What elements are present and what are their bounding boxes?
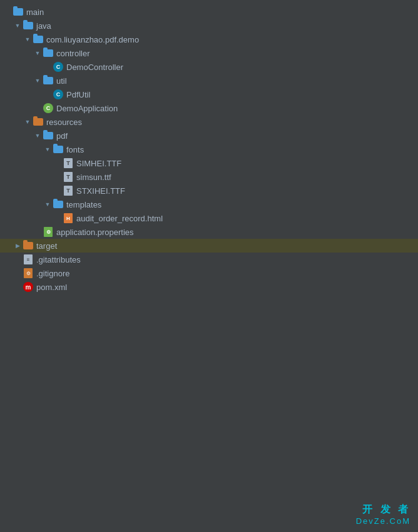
tree-item-simsun.ttf[interactable]: Tsimsun.ttf xyxy=(0,170,418,184)
arrow-open-icon xyxy=(13,21,23,31)
tree-item-java[interactable]: java xyxy=(0,19,418,33)
folder-orange-icon xyxy=(23,241,34,251)
tree-item-.gitignore[interactable]: ⚙.gitignore xyxy=(0,266,418,280)
tree-item-label: pdf xyxy=(56,131,68,141)
tree-item-label: pom.xml xyxy=(36,283,67,292)
arrow-open-icon xyxy=(23,34,33,44)
arrow-open-icon xyxy=(43,199,53,209)
tree-item-label: resources xyxy=(46,118,82,127)
arrow-empty xyxy=(33,103,43,113)
folder-blue-icon xyxy=(43,48,54,58)
tree-item-templates[interactable]: templates xyxy=(0,198,418,211)
tree-item-label: java xyxy=(36,21,51,31)
tree-item-label: simsun.ttf xyxy=(76,173,111,182)
tree-item-label: fonts xyxy=(66,145,84,154)
tree-item-label: util xyxy=(56,76,67,86)
tree-item-label: DemoApplication xyxy=(56,104,118,113)
properties-icon: ⚙ xyxy=(43,227,54,237)
arrow-empty xyxy=(13,254,23,264)
arrow-empty xyxy=(33,227,43,237)
folder-blue-icon xyxy=(53,199,64,209)
folder-res-icon xyxy=(33,117,44,127)
tree-item-pdf[interactable]: pdf xyxy=(0,129,418,143)
tree-item-label: DemoController xyxy=(66,63,123,72)
tree-item-label: .gitattributes xyxy=(36,255,81,264)
folder-blue-icon xyxy=(33,34,44,44)
tree-item-PdfUtil[interactable]: CPdfUtil xyxy=(0,88,418,101)
arrow-open-icon xyxy=(33,76,43,86)
tree-item-label: audit_order_record.html xyxy=(76,214,163,223)
tree-item-controller[interactable]: controller xyxy=(0,46,418,60)
folder-blue-icon xyxy=(13,7,24,17)
html-icon: H xyxy=(63,213,74,223)
font-icon: T xyxy=(63,158,74,168)
arrow-open-icon xyxy=(43,144,53,154)
tree-item-main[interactable]: main xyxy=(0,5,418,19)
arrow-empty xyxy=(53,213,63,223)
tree-item-target[interactable]: target xyxy=(0,239,418,253)
maven-icon: m xyxy=(23,282,34,292)
springboot-icon: C xyxy=(43,103,54,113)
arrow-empty xyxy=(53,186,63,196)
file-tree: mainjavacom.liuyanzhao.pdf.democontrolle… xyxy=(0,0,418,299)
arrow-open-icon xyxy=(33,48,43,58)
tree-item-application.properties[interactable]: ⚙application.properties xyxy=(0,225,418,239)
folder-blue-icon xyxy=(43,131,54,141)
arrow-empty xyxy=(43,89,53,99)
arrow-empty xyxy=(53,172,63,182)
tree-item-label: application.properties xyxy=(56,228,134,237)
tree-item-DemoApplication[interactable]: CDemoApplication xyxy=(0,101,418,115)
tree-item-label: .gitignore xyxy=(36,269,69,278)
tree-item-label: com.liuyanzhao.pdf.demo xyxy=(46,35,139,44)
arrow-open-icon xyxy=(23,117,33,127)
tree-item-label: templates xyxy=(66,200,101,209)
tree-item-util[interactable]: util xyxy=(0,74,418,88)
tree-item-label: STXIHEI.TTF xyxy=(76,186,125,196)
folder-blue-icon xyxy=(23,21,34,31)
arrow-open-icon xyxy=(33,131,43,141)
folder-blue-icon xyxy=(43,76,54,86)
tree-item-label: main xyxy=(26,8,44,17)
tree-item-label: SIMHEI.TTF xyxy=(76,159,121,168)
arrow-empty xyxy=(3,7,13,17)
tree-item-SIMHEI.TTF[interactable]: TSIMHEI.TTF xyxy=(0,156,418,170)
class-icon: C xyxy=(53,62,64,72)
class-icon: C xyxy=(53,89,64,99)
tree-item-.gitattributes[interactable]: ≡.gitattributes xyxy=(0,253,418,266)
font-icon: T xyxy=(63,172,74,182)
font-icon: T xyxy=(63,186,74,196)
tree-item-label: PdfUtil xyxy=(66,90,90,99)
tree-item-label: target xyxy=(36,241,57,251)
arrow-empty xyxy=(13,282,23,292)
arrow-empty xyxy=(43,62,53,72)
tree-item-com.liuyanzhao.pdf.demo[interactable]: com.liuyanzhao.pdf.demo xyxy=(0,33,418,46)
tree-item-pom.xml[interactable]: mpom.xml xyxy=(0,280,418,294)
arrow-empty xyxy=(13,268,23,278)
gitignore-icon: ⚙ xyxy=(23,268,34,278)
watermark: 开 发 者 DevZe.CoM xyxy=(356,503,410,526)
arrow-empty xyxy=(53,158,63,168)
tree-item-resources[interactable]: resources xyxy=(0,115,418,129)
tree-item-label: controller xyxy=(56,49,89,58)
gitattributes-icon: ≡ xyxy=(23,254,34,264)
watermark-chinese: 开 发 者 xyxy=(356,503,410,516)
watermark-english: DevZe.CoM xyxy=(356,516,410,526)
arrow-closed-icon xyxy=(13,241,23,251)
folder-blue-icon xyxy=(53,144,64,154)
tree-item-fonts[interactable]: fonts xyxy=(0,143,418,156)
tree-item-audit_order_record.html[interactable]: Haudit_order_record.html xyxy=(0,211,418,225)
tree-item-DemoController[interactable]: CDemoController xyxy=(0,60,418,74)
tree-item-STXIHEI.TTF[interactable]: TSTXIHEI.TTF xyxy=(0,184,418,198)
